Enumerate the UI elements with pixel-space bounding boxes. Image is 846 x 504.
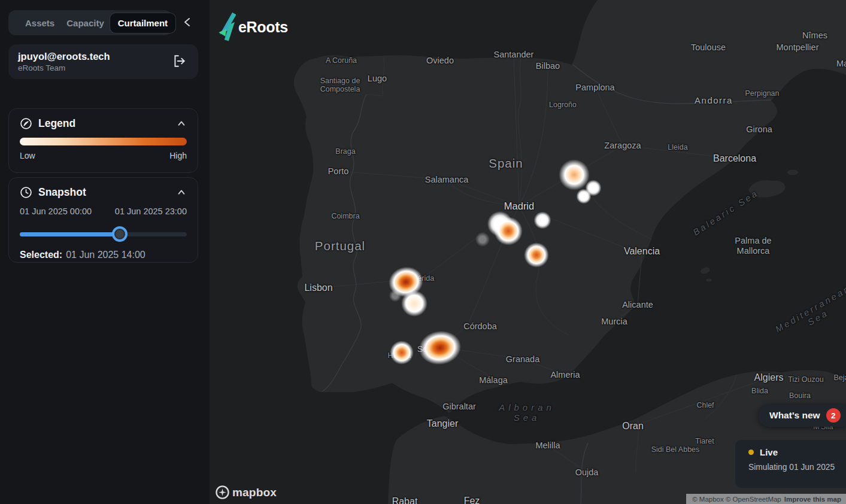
map-label: Algiers	[754, 372, 784, 383]
map-label: Coimbra	[331, 212, 359, 220]
view-tab-bar: Assets Capacity Curtailment	[8, 10, 172, 35]
logout-button[interactable]	[171, 52, 189, 72]
map-label: Girona	[746, 125, 772, 135]
tab-capacity[interactable]: Capacity	[60, 13, 110, 33]
map-label: Andorra	[695, 95, 733, 105]
map-label: Nîmes	[802, 31, 827, 41]
legend-panel: Legend Low High	[8, 108, 198, 173]
chevron-up-icon[interactable]	[176, 119, 187, 129]
eroots-logo: eRoots	[216, 11, 288, 42]
map-label: Santander	[494, 50, 534, 60]
snapshot-range-end: 01 Jun 2025 23:00	[115, 207, 187, 216]
snapshot-title: Snapshot	[38, 186, 170, 199]
map-label: Fez	[464, 496, 480, 504]
legend-gradient-bar	[20, 138, 187, 145]
clock-icon	[20, 186, 32, 199]
whats-new-button[interactable]: What's new 2	[758, 404, 846, 427]
sidebar: Assets Capacity Curtailment jpuyol@eroot…	[0, 0, 210, 504]
map-label: Portugal	[315, 239, 365, 253]
map-label: Tiaret	[695, 437, 714, 445]
map-label: Huelva	[388, 351, 411, 360]
snapshot-panel: Snapshot 01 Jun 2025 00:00 01 Jun 2025 2…	[8, 177, 198, 263]
snapshot-range-start: 01 Jun 2025 00:00	[20, 207, 92, 216]
map-label: Lugo	[368, 74, 387, 84]
map-label: Málaga	[479, 375, 508, 385]
map-label: Oujda	[575, 467, 599, 478]
map-label: Lisbon	[304, 283, 332, 293]
live-status-label: Live	[760, 447, 778, 457]
map-label: Zaragoza	[604, 141, 641, 151]
map-label: Granada	[506, 354, 539, 365]
map-label: Blida	[751, 387, 768, 395]
live-status-panel: Live Simulating 01 Jun 2025	[735, 440, 846, 488]
live-indicator-dot	[748, 450, 754, 455]
user-email: jpuyol@eroots.tech	[18, 51, 110, 62]
map-label: Braga	[335, 147, 355, 156]
slider-fill	[20, 232, 120, 236]
map-label: Palma de Mallorca	[735, 236, 771, 256]
map-label: Seville	[417, 344, 443, 354]
attribution-copyrights[interactable]: © Mapbox © OpenStreetMap	[692, 496, 781, 503]
sea-label: Balearic Sea	[691, 187, 760, 238]
map-label: Toulouse	[691, 42, 726, 53]
map-label: Valencia	[624, 246, 660, 257]
snapshot-selected: Selected:01 Jun 2025 14:00	[20, 250, 187, 260]
legend-high-label: High	[169, 151, 187, 160]
map-label: Córdoba	[463, 321, 497, 332]
map-label: Mérida	[411, 274, 434, 283]
selected-label: Selected:	[20, 250, 62, 260]
map-label: Montpellier	[777, 42, 819, 53]
map-label: Barcelona	[713, 153, 756, 164]
legend-title: Legend	[38, 117, 170, 130]
map-label: Alicante	[622, 300, 653, 310]
notification-badge: 2	[826, 408, 841, 423]
map-label: Ma	[836, 59, 846, 69]
map-labels-layer: A CoruñaSantiago de CompostelaLugoOviedo…	[210, 0, 846, 504]
tab-curtailment[interactable]: Curtailment	[110, 13, 175, 33]
map-label: Spain	[489, 156, 523, 171]
mapbox-wordmark: mapbox	[232, 486, 277, 499]
map-canvas[interactable]: A CoruñaSantiago de CompostelaLugoOviedo…	[210, 0, 846, 504]
time-slider[interactable]	[20, 226, 187, 242]
map-label: Perpignan	[745, 89, 780, 98]
sea-label: Alboran Sea	[499, 402, 555, 423]
map-label: Tizi Ouzou	[788, 375, 823, 384]
legend-low-label: Low	[20, 151, 35, 160]
map-label: Pamplona	[575, 83, 614, 93]
map-label: Bouira	[789, 391, 811, 400]
map-label: Oran	[622, 421, 644, 432]
chevron-up-icon[interactable]	[176, 187, 187, 198]
chevron-left-icon	[182, 16, 194, 28]
map-label: Tangier	[427, 418, 458, 429]
map-label: Chlef	[696, 401, 714, 409]
map-label: Lleida	[668, 143, 687, 151]
logout-icon	[172, 53, 187, 69]
map-label: Santiago de Compostela	[320, 77, 360, 94]
map-label: Bilbao	[536, 61, 560, 71]
map-label: Rabat	[392, 496, 418, 504]
eroots-logo-text: eRoots	[238, 19, 288, 36]
map-label: Melilla	[535, 441, 560, 451]
map-label: Oviedo	[426, 56, 454, 66]
mapbox-logo[interactable]: mapbox	[216, 485, 277, 499]
live-subtitle: Simulating 01 Jun 2025	[748, 463, 846, 472]
map-label: Gibraltar	[442, 402, 476, 412]
map-label: Logroño	[549, 101, 577, 109]
map-label: Madrid	[504, 201, 534, 212]
slider-thumb[interactable]	[112, 226, 128, 242]
map-label: A Coruña	[326, 56, 357, 65]
map-label: Almeria	[550, 370, 580, 380]
sea-label: Mediterranean Sea	[774, 283, 846, 344]
map-label: Sidi Bel Abbes	[651, 445, 700, 454]
tab-assets[interactable]: Assets	[19, 13, 60, 33]
map-label: Porto	[328, 166, 349, 177]
user-card: jpuyol@eroots.tech eRoots Team	[8, 44, 198, 79]
sidebar-collapse-button[interactable]	[180, 14, 196, 31]
selected-value: 01 Jun 2025 14:00	[66, 250, 145, 260]
compass-icon	[20, 117, 32, 130]
map-label: Salamanca	[425, 175, 469, 185]
map-attribution: © Mapbox © OpenStreetMap Improve this ma…	[686, 494, 846, 504]
whats-new-label: What's new	[769, 410, 820, 421]
improve-this-map-link[interactable]: Improve this map	[784, 496, 841, 503]
map-label: Beja	[833, 374, 846, 382]
